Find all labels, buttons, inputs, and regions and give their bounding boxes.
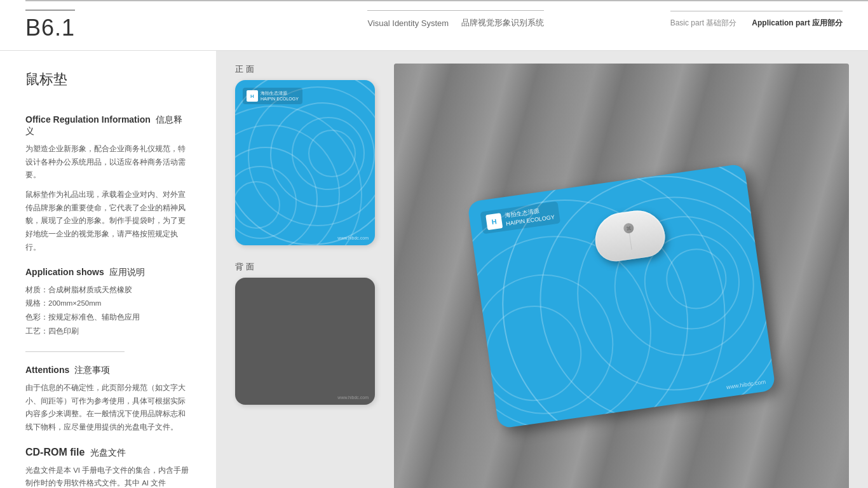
wood-background: H 海拍生态清源HAIPIN ECOLOGY www.hibdc.com ⌘ — [394, 64, 849, 488]
office-title: Office Regulation Information 信息释义 — [25, 114, 191, 137]
pad-url: www.hibdc.com — [337, 236, 369, 240]
cdrom-body: 光盘文件是本 VI 手册电子文件的集合，内含手册制作时的专用软件格式文件。其中 … — [25, 464, 191, 488]
back-section: 背 面 www.hibdc.com — [235, 261, 381, 405]
pad-logo-icon: H — [247, 90, 258, 102]
vis-title-en: Visual Identity System — [367, 18, 449, 28]
main-container: 鼠标垫 Office Regulation Information 信息释义 为… — [0, 51, 868, 488]
office-body2: 鼠标垫作为礼品出现，承载着企业对内、对外宣传品牌形象的重要使命，它代表了企业的精… — [25, 188, 191, 254]
office-body1: 为塑造企业新形象，配合企业商务礼仪规范，特设计各种办公系统用品，以适应各种商务活… — [25, 142, 191, 182]
nav-application[interactable]: Application part 应用部分 — [752, 18, 843, 29]
sidebar: 鼠标垫 Office Regulation Information 信息释义 为… — [0, 51, 216, 488]
content-area: 正 面 H 海拍生态清源 — [216, 51, 868, 488]
header-left: B6.1 — [25, 10, 241, 41]
cdrom-title-cn: 光盘文件 — [90, 447, 126, 458]
page-code: B6.1 — [25, 10, 75, 41]
attentions-body: 由于信息的不确定性，此页部分规范（如文字大小、间距等）可作为参考使用，具体可根据… — [25, 381, 191, 434]
large-pad-logo-icon: H — [485, 213, 503, 230]
mouse-center-line — [629, 231, 632, 250]
pad-logo-text: 海拍生态清源HAIPIN ECOLOGY — [261, 90, 299, 102]
mouse-on-wood: ⌘ — [586, 207, 675, 274]
attentions-title-cn: 注意事项 — [74, 365, 110, 375]
nav-basic[interactable]: Basic part 基础部分 — [670, 18, 737, 29]
photo-container: H 海拍生态清源HAIPIN ECOLOGY www.hibdc.com ⌘ — [394, 64, 849, 488]
large-pad-logo-text: 海拍生态清源HAIPIN ECOLOGY — [505, 205, 555, 228]
spec3: 色彩：按规定标准色、辅助色应用 — [25, 311, 191, 325]
cdrom-section: CD-ROM file 光盘文件 光盘文件是本 VI 手册电子文件的集合，内含手… — [25, 447, 191, 488]
header: B6.1 Visual Identity System 品牌视觉形象识别系统 B… — [0, 0, 868, 51]
spec1: 材质：合成树脂材质或天然橡胶 — [25, 283, 191, 297]
back-label: 背 面 — [235, 261, 381, 273]
vis-title-cn: 品牌视觉形象识别系统 — [461, 17, 544, 29]
pad-logo: H 海拍生态清源HAIPIN ECOLOGY — [243, 88, 302, 104]
previews-column: 正 面 H 海拍生态清源 — [235, 64, 381, 488]
front-label: 正 面 — [235, 64, 381, 75]
divider — [25, 351, 125, 352]
mouse-body: ⌘ — [592, 207, 668, 264]
front-section: 正 面 H 海拍生态清源 — [235, 64, 381, 245]
mousepad-front: H 海拍生态清源HAIPIN ECOLOGY www.hibdc.com — [235, 80, 375, 245]
office-regulation-section: Office Regulation Information 信息释义 为塑造企业… — [25, 114, 191, 254]
app-title-cn: 应用说明 — [109, 267, 145, 277]
application-shows-section: Application shows 应用说明 材质：合成树脂材质或天然橡胶 规格… — [25, 267, 191, 339]
mouse-apple-logo: ⌘ — [623, 222, 635, 234]
spec2: 规格：200mm×250mm — [25, 297, 191, 311]
product-title: 鼠标垫 — [25, 70, 191, 95]
cdrom-title: CD-ROM file 光盘文件 — [25, 447, 191, 459]
back-url: www.hibdc.com — [337, 395, 369, 400]
pad-on-wood: H 海拍生态清源HAIPIN ECOLOGY www.hibdc.com — [467, 163, 776, 429]
attentions-title: Attentions 注意事项 — [25, 365, 191, 376]
app-title: Application shows 应用说明 — [25, 267, 191, 278]
spec4: 工艺：四色印刷 — [25, 325, 191, 339]
attentions-section: Attentions 注意事项 由于信息的不确定性，此页部分规范（如文字大小、间… — [25, 365, 191, 434]
mousepad-back: www.hibdc.com — [235, 278, 375, 405]
main-image-area: H 海拍生态清源HAIPIN ECOLOGY www.hibdc.com ⌘ — [394, 64, 849, 488]
